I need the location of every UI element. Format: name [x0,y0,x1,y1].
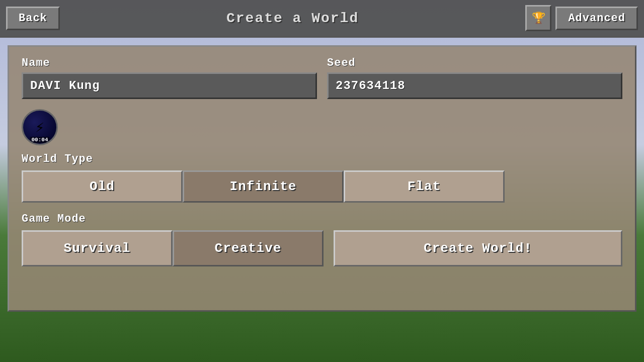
avatar[interactable]: ⚡ 00:04 [22,109,58,145]
top-bar: Back Create a World 🏆 Advanced [0,0,644,38]
game-mode-creative-button[interactable]: Creative [173,230,324,266]
avatar-area: ⚡ 00:04 [22,109,622,145]
back-button[interactable]: Back [6,7,60,30]
main-panel: Name Seed ⚡ 00:04 World Type Old Infinit… [8,45,636,312]
world-type-label: World Type [22,153,622,165]
seed-field-group: Seed [327,57,622,99]
avatar-character: ⚡ [35,118,44,137]
world-type-flat-button[interactable]: Flat [344,170,505,203]
achievement-icon: 🏆 [532,12,545,25]
world-type-infinite-button[interactable]: Infinite [183,170,344,203]
name-label: Name [22,57,317,69]
create-world-button[interactable]: Create World! [334,230,622,266]
name-input[interactable] [22,72,317,99]
page-title: Create a World [226,11,359,26]
seed-label: Seed [327,57,622,69]
game-mode-row: Survival Creative Create World! [22,230,622,266]
fields-row: Name Seed [22,57,622,99]
avatar-timer: 00:04 [30,137,49,143]
world-type-buttons: Old Infinite Flat [22,170,622,203]
world-type-old-button[interactable]: Old [22,170,183,203]
top-right-controls: 🏆 Advanced [525,5,638,31]
seed-input[interactable] [327,72,622,99]
advanced-button[interactable]: Advanced [555,7,638,30]
game-mode-survival-button[interactable]: Survival [22,230,173,266]
name-field-group: Name [22,57,317,99]
game-mode-label: Game Mode [22,213,622,225]
icon-button[interactable]: 🏆 [525,5,551,31]
